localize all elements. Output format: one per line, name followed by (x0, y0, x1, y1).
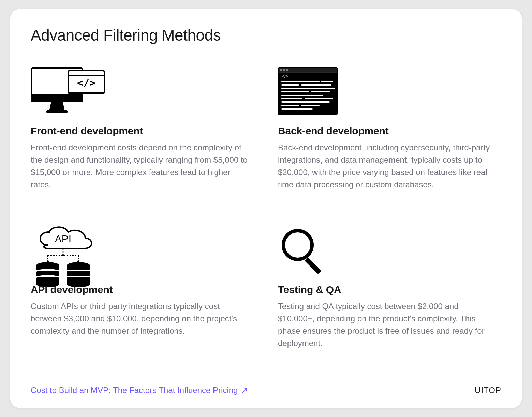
item-heading: Front-end development (31, 125, 254, 137)
svg-point-28 (62, 254, 64, 256)
svg-point-8 (280, 69, 282, 71)
svg-rect-44 (67, 276, 90, 277)
item-api: API (31, 226, 254, 371)
source-link[interactable]: Cost to Build an MVP: The Factors That I… (31, 386, 248, 395)
item-heading: Testing & QA (278, 284, 501, 296)
item-frontend: </> Front-end development Front-end deve… (31, 67, 254, 212)
item-body: Testing and QA typically cost between $2… (278, 300, 496, 349)
brand-label: UITOP (475, 386, 501, 395)
magnifying-glass-icon (278, 226, 501, 284)
svg-text:</>: </> (282, 74, 288, 78)
source-link-text: Cost to Build an MVP: The Factors That I… (31, 386, 238, 395)
svg-rect-1 (31, 94, 83, 102)
item-backend: </> Back-end development Back-end (278, 67, 501, 212)
frontend-dev-icon: </> (31, 67, 254, 125)
svg-rect-39 (36, 276, 59, 277)
info-card: Advanced Filtering Methods </> Front-end… (10, 9, 522, 408)
item-heading: API development (31, 284, 254, 296)
svg-rect-46 (305, 257, 321, 274)
svg-rect-2 (46, 110, 68, 113)
item-body: Custom APIs or third-party integrations … (31, 300, 249, 337)
svg-text:</>: </> (77, 77, 95, 89)
api-dev-icon: API (31, 226, 254, 284)
svg-point-45 (283, 231, 312, 259)
svg-text:API: API (55, 233, 71, 244)
page-title: Advanced Filtering Methods (31, 26, 501, 52)
footer: Cost to Build an MVP: The Factors That I… (31, 377, 501, 395)
svg-rect-38 (36, 270, 59, 271)
svg-point-9 (283, 69, 285, 71)
svg-point-10 (286, 69, 288, 71)
item-heading: Back-end development (278, 125, 501, 137)
svg-rect-43 (67, 270, 90, 271)
item-testing: Testing & QA Testing and QA typically co… (278, 226, 501, 371)
item-body: Back-end development, including cybersec… (278, 142, 496, 191)
backend-dev-icon: </> (278, 67, 501, 125)
content-grid: </> Front-end development Front-end deve… (31, 52, 501, 377)
item-body: Front-end development costs depend on th… (31, 142, 249, 191)
external-link-icon: ↗ (241, 386, 248, 395)
